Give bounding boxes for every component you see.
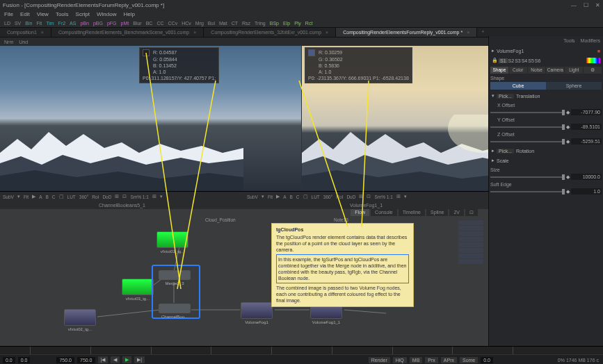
new-tab-button[interactable]: +	[477, 28, 488, 37]
size-value[interactable]: 10000.0	[571, 174, 602, 180]
menu-script[interactable]: Script	[76, 11, 90, 17]
tool-hcv[interactable]: HCv	[182, 21, 191, 26]
viewer-left[interactable]: R: 0.04587 G: 0.05844 B: 0.13452 A: 1.0 …	[0, 46, 302, 191]
tool-blur[interactable]: Blur	[133, 21, 141, 26]
tool-fr2[interactable]: Fr2	[58, 21, 66, 26]
vbtn-lut[interactable]: LUT	[67, 195, 76, 199]
node-merge[interactable]: Merge2_3	[159, 270, 191, 280]
vbtn-360[interactable]: 360°	[79, 195, 88, 199]
vbtn-zoom[interactable]: Sm% 1:1	[130, 195, 148, 199]
timeline-ruler[interactable]	[0, 347, 603, 355]
version-tab[interactable]: S1	[499, 58, 508, 63]
tool-pbn[interactable]: pBn	[80, 21, 88, 26]
dropdown-icon[interactable]: ▾	[262, 194, 264, 199]
dropdown-icon[interactable]: ▾	[17, 194, 20, 199]
shape-sphere-button[interactable]: Sphere	[546, 82, 602, 90]
lock-icon[interactable]: 🔒	[492, 58, 498, 63]
y-offset-value[interactable]: -89.5101	[571, 124, 602, 130]
play-icon[interactable]: ▶	[276, 194, 280, 199]
close-tab-icon[interactable]: ×	[467, 30, 469, 35]
node-volumefog[interactable]: VolumeFog1	[241, 302, 273, 319]
sticky-note[interactable]: tgCloudPos The tgCloudPos render element…	[271, 223, 414, 307]
file-tab-active[interactable]: CompositingRenderElementsForumReply_v001…	[336, 28, 477, 37]
tab-tools[interactable]: Tools	[563, 38, 574, 43]
expand-icon[interactable]: ▾	[492, 93, 495, 99]
vbtn-c[interactable]: C	[52, 195, 56, 199]
keyframe-icon[interactable]: ◆	[566, 139, 570, 144]
menu-help[interactable]: Help	[123, 11, 134, 17]
tool-rsz[interactable]: Rsz	[242, 21, 250, 26]
go-end-button[interactable]: ▶|	[134, 356, 145, 363]
play-icon[interactable]: ▶	[32, 194, 35, 199]
grid-icon[interactable]: ⊞	[152, 194, 156, 199]
vbtn-a[interactable]: A	[283, 195, 286, 199]
tool-sv[interactable]: SV	[15, 21, 21, 26]
square-icon[interactable]: ▢	[59, 194, 64, 199]
keyframe-icon[interactable]: ◆	[566, 110, 570, 115]
x-offset-value[interactable]: -7077.90	[571, 109, 602, 115]
file-tab[interactable]: CompositingRenderElements_BenchmarkScene…	[51, 28, 204, 37]
pick-button[interactable]: Pick...	[497, 94, 514, 99]
node-loader-green[interactable]: vfxtut03_tg...	[122, 279, 154, 295]
grid-icon[interactable]: ⊞	[359, 194, 363, 199]
tool-as[interactable]: AS	[70, 21, 76, 26]
tool-pfg[interactable]: pFG	[107, 21, 117, 26]
dropdown-icon[interactable]: ▾	[160, 194, 163, 199]
tool-pbg[interactable]: pBG	[93, 21, 103, 26]
file-tab[interactable]: Composition1×	[0, 28, 51, 37]
render-button[interactable]: Render	[369, 357, 390, 363]
range-start[interactable]: 0.0	[3, 357, 15, 363]
tool-bc[interactable]: BC	[146, 21, 153, 26]
some-toggle[interactable]: Some	[460, 357, 478, 363]
keyframe-icon[interactable]: ◆	[566, 174, 570, 180]
vbtn-c[interactable]: C	[296, 195, 300, 199]
tool-ct[interactable]: CT	[232, 21, 238, 26]
tool-fit[interactable]: Fit	[36, 21, 42, 26]
expand-icon[interactable]: ▸	[492, 48, 495, 53]
vbtn-zoom[interactable]: Sm% 1:1	[374, 195, 392, 199]
tool-bin[interactable]: Bin	[25, 21, 32, 26]
minimize-button[interactable]: —	[571, 2, 577, 8]
z-offset-value[interactable]: -5259.51	[571, 138, 602, 144]
vbtn-fit[interactable]: Fit	[268, 195, 273, 199]
softedge-value[interactable]: 1.0	[571, 188, 602, 195]
pin-icon[interactable]: ■	[597, 49, 600, 53]
dropdown-icon[interactable]: ▾	[404, 194, 407, 199]
vbtn-subv[interactable]: SubV	[3, 195, 14, 199]
vbtn-fit[interactable]: Fit	[24, 195, 29, 199]
range-in[interactable]: 0.0	[18, 357, 31, 363]
menu-view[interactable]: View	[37, 11, 49, 17]
dot-square-icon[interactable]: ⊡	[367, 194, 371, 199]
menu-file[interactable]: File	[4, 11, 13, 17]
step-back-button[interactable]: ◀	[111, 356, 120, 363]
menu-tools[interactable]: Tools	[56, 11, 69, 17]
tool-mrg[interactable]: Mrg	[195, 21, 204, 26]
current-frame[interactable]: 750.0	[56, 357, 74, 363]
prop-tab-settings-icon[interactable]: ⚙	[584, 67, 602, 74]
close-button[interactable]: ✕	[595, 2, 600, 8]
version-tab[interactable]: S6	[535, 58, 541, 63]
btn-nrm[interactable]: Nrm	[4, 40, 13, 44]
prop-tab-shape[interactable]: Shape	[490, 67, 508, 74]
go-start-button[interactable]: |◀	[98, 356, 108, 363]
tool-elp[interactable]: Elp	[283, 21, 290, 26]
vbtn-b[interactable]: B	[45, 195, 48, 199]
tab-modifiers[interactable]: Modifiers	[581, 38, 600, 43]
tool-tim[interactable]: Tim	[46, 21, 54, 26]
vbtn-a[interactable]: A	[39, 195, 42, 199]
flow-navigator[interactable]	[457, 219, 485, 265]
expand-icon[interactable]: ▸	[492, 158, 495, 163]
tool-bol[interactable]: Bol	[208, 21, 215, 26]
range-out[interactable]: 750.0	[77, 357, 95, 363]
dot-square-icon[interactable]: ⊡	[122, 194, 127, 199]
vbtn-dod[interactable]: DoD	[346, 195, 355, 199]
play-button[interactable]: ▶	[122, 356, 131, 363]
vbtn-roi[interactable]: RoI	[92, 195, 99, 199]
node-loader-green[interactable]: vfxtut01_tg...	[156, 231, 188, 248]
prop-tab-color[interactable]: Color	[509, 67, 527, 74]
file-tab[interactable]: CompositingRenderElements_32bitExr_v001.…	[204, 28, 336, 37]
tool-bsp[interactable]: BSp	[270, 21, 279, 26]
size-slider[interactable]	[490, 176, 565, 178]
vbtn-lut[interactable]: LUT	[312, 195, 320, 199]
aprx-toggle[interactable]: APrx	[441, 357, 457, 363]
